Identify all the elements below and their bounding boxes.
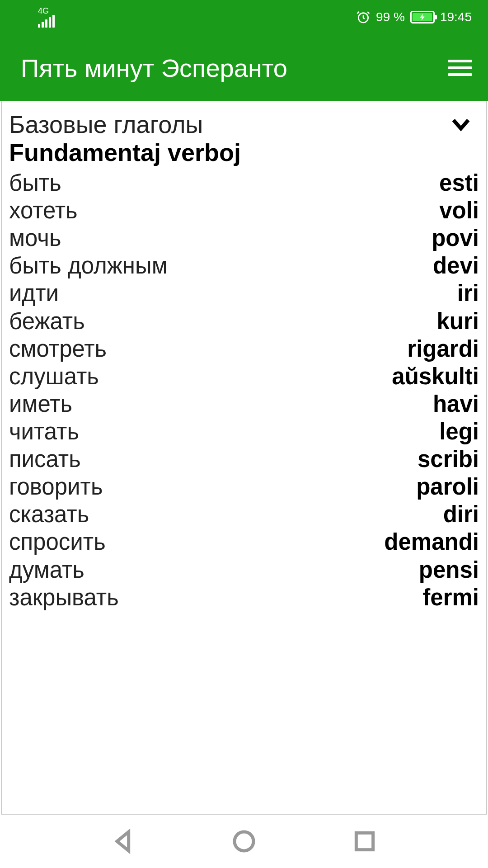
vocab-word-eo: voli <box>439 198 479 223</box>
vocab-word-ru: бежать <box>9 308 85 334</box>
vocab-row[interactable]: закрыватьfermi <box>9 584 479 611</box>
battery-percent: 99 % <box>376 10 405 24</box>
chevron-down-icon <box>448 112 474 137</box>
vocab-row[interactable]: идтиiri <box>9 279 479 307</box>
vocab-word-ru: сказать <box>9 501 89 527</box>
clock: 19:45 <box>440 10 472 24</box>
vocab-word-ru: закрывать <box>9 585 119 610</box>
vocab-word-ru: идти <box>9 280 59 306</box>
battery-icon <box>410 11 435 24</box>
vocab-word-eo: kuri <box>436 308 479 334</box>
vocab-row[interactable]: иметьhavi <box>9 390 479 418</box>
svg-point-1 <box>235 832 253 851</box>
network-indicator: 4G <box>38 7 55 28</box>
svg-rect-2 <box>356 833 373 849</box>
vocab-word-eo: povi <box>432 225 479 251</box>
vocab-list[interactable]: бытьestiхотетьvoliмочьpoviбыть должнымde… <box>9 169 479 611</box>
hamburger-icon[interactable] <box>448 60 472 76</box>
vocab-word-eo: demandi <box>384 529 479 555</box>
vocab-row[interactable]: быть должнымdevi <box>9 252 479 279</box>
vocab-word-eo: paroli <box>416 474 479 500</box>
section-header[interactable]: Базовые глаголы <box>9 108 479 140</box>
vocab-word-eo: pensi <box>419 557 479 583</box>
alarm-icon <box>356 10 371 24</box>
app-title: Пять минут Эсперанто <box>21 53 287 83</box>
vocab-word-ru: смотреть <box>9 336 107 362</box>
recent-button[interactable] <box>352 829 377 854</box>
status-bar: 4G 99 % 19:45 <box>0 0 488 34</box>
status-left: 4G <box>38 7 55 28</box>
vocab-word-eo: rigardi <box>407 336 479 362</box>
status-right: 99 % 19:45 <box>356 10 472 24</box>
app-bar: Пять минут Эсперанто <box>0 34 488 101</box>
vocab-word-eo: legi <box>439 419 479 444</box>
vocab-word-eo: diri <box>443 501 479 527</box>
vocab-word-ru: быть должным <box>9 253 168 278</box>
vocab-word-eo: aŭskulti <box>392 363 479 389</box>
vocab-row[interactable]: писатьscribi <box>9 445 479 473</box>
vocab-word-ru: мочь <box>9 225 61 251</box>
section-title-ru: Базовые глаголы <box>9 110 203 138</box>
vocab-word-ru: спросить <box>9 529 106 555</box>
home-button[interactable] <box>231 829 257 854</box>
vocab-word-eo: havi <box>433 391 479 417</box>
vocab-word-ru: говорить <box>9 474 103 500</box>
back-button[interactable] <box>111 829 136 854</box>
vocab-word-ru: иметь <box>9 391 72 417</box>
vocab-row[interactable]: читатьlegi <box>9 418 479 445</box>
vocab-row[interactable]: мочьpovi <box>9 224 479 252</box>
vocab-row[interactable]: говоритьparoli <box>9 473 479 500</box>
section-title-eo: Fundamentaj verboj <box>9 138 479 166</box>
vocab-row[interactable]: хотетьvoli <box>9 197 479 224</box>
vocab-row[interactable]: спроситьdemandi <box>9 528 479 556</box>
vocab-word-eo: fermi <box>422 585 479 610</box>
vocab-row[interactable]: думатьpensi <box>9 556 479 584</box>
network-label: 4G <box>38 7 55 15</box>
vocab-word-eo: devi <box>433 253 479 278</box>
vocab-row[interactable]: бытьesti <box>9 169 479 197</box>
vocab-row[interactable]: сказатьdiri <box>9 500 479 528</box>
content-area: Базовые глаголы Fundamentaj verboj бытьe… <box>1 101 487 815</box>
vocab-word-ru: быть <box>9 170 61 196</box>
vocab-row[interactable]: бежатьkuri <box>9 307 479 335</box>
vocab-word-ru: хотеть <box>9 198 78 223</box>
vocab-word-ru: слушать <box>9 363 99 389</box>
vocab-row[interactable]: слушатьaŭskulti <box>9 363 479 390</box>
vocab-row[interactable]: смотретьrigardi <box>9 335 479 363</box>
navigation-bar <box>0 815 488 868</box>
vocab-word-eo: iri <box>457 280 479 306</box>
vocab-word-eo: esti <box>439 170 479 196</box>
vocab-word-ru: думать <box>9 557 84 583</box>
vocab-word-eo: scribi <box>418 446 479 472</box>
vocab-word-ru: писать <box>9 446 81 472</box>
vocab-word-ru: читать <box>9 419 79 444</box>
signal-icon <box>38 15 55 28</box>
